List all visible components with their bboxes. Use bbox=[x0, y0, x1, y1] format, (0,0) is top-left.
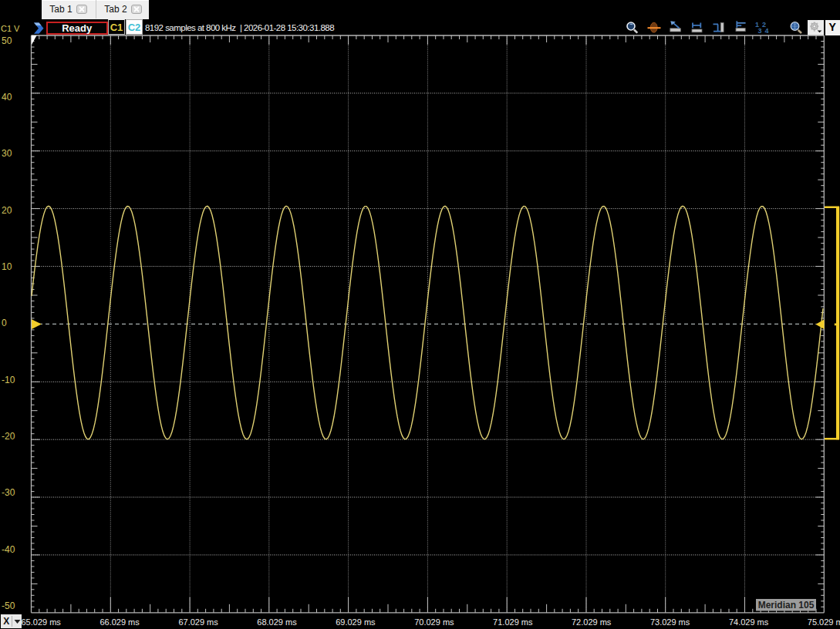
svg-text:-20: -20 bbox=[2, 431, 15, 442]
svg-text:40: 40 bbox=[2, 92, 12, 103]
svg-text:67.029 ms: 67.029 ms bbox=[178, 617, 218, 627]
svg-text:-50: -50 bbox=[2, 600, 15, 611]
svg-text:-30: -30 bbox=[2, 487, 15, 498]
svg-text:4: 4 bbox=[764, 27, 768, 35]
svg-text:74.029 ms: 74.029 ms bbox=[729, 617, 769, 627]
svg-text:Meridian 105: Meridian 105 bbox=[758, 600, 815, 610]
svg-text:71.029 ms: 71.029 ms bbox=[493, 617, 533, 627]
svg-text:-10: -10 bbox=[2, 375, 15, 385]
svg-text:-40: -40 bbox=[2, 544, 15, 555]
svg-text:30: 30 bbox=[2, 148, 12, 159]
svg-text:10: 10 bbox=[2, 261, 12, 272]
svg-text:73.029 ms: 73.029 ms bbox=[650, 617, 690, 627]
svg-text:69.029 ms: 69.029 ms bbox=[336, 617, 376, 627]
svg-text:0: 0 bbox=[2, 318, 7, 328]
svg-text:20: 20 bbox=[2, 205, 12, 216]
svg-text:75.029 ms: 75.029 ms bbox=[808, 617, 840, 627]
svg-text:66.029 ms: 66.029 ms bbox=[100, 617, 140, 627]
svg-text:65.029 ms: 65.029 ms bbox=[22, 617, 62, 627]
svg-text:68.029 ms: 68.029 ms bbox=[257, 617, 297, 627]
svg-text:3: 3 bbox=[757, 27, 761, 35]
svg-text:72.029 ms: 72.029 ms bbox=[572, 617, 612, 627]
svg-text:50: 50 bbox=[2, 35, 12, 46]
svg-text:70.029 ms: 70.029 ms bbox=[414, 617, 454, 627]
